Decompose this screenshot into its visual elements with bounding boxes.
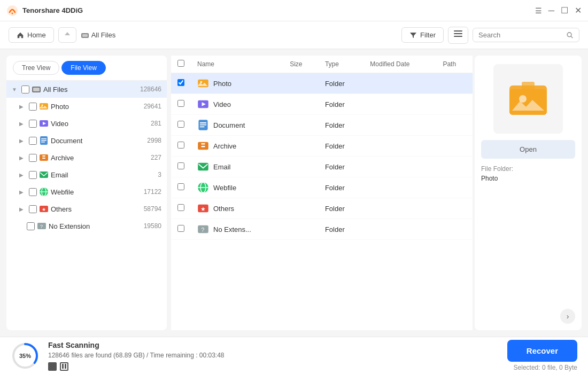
file-table-body: Photo Folder Video Folder [171, 73, 473, 240]
sidebar-item-others[interactable]: ▶ ★ Others 58794 [6, 200, 167, 217]
table-row[interactable]: ★ Others Folder [171, 198, 473, 219]
row-name: Document [213, 121, 245, 129]
home-button[interactable]: Home [9, 27, 54, 43]
video-checkbox[interactable] [29, 120, 37, 128]
table-row[interactable]: Photo Folder [171, 73, 473, 94]
path-column-header: Path [436, 56, 473, 73]
expand-arrow-icon: ▶ [19, 138, 27, 144]
row-checkbox-cell[interactable] [171, 177, 191, 198]
others-checkbox[interactable] [29, 205, 37, 213]
table-row[interactable]: ? No Extens... Folder [171, 219, 473, 240]
search-input[interactable] [478, 31, 563, 39]
table-row[interactable]: Video Folder [171, 94, 473, 115]
up-button[interactable] [58, 27, 76, 43]
document-checkbox[interactable] [29, 137, 37, 145]
row-size [283, 136, 319, 157]
row-checkbox[interactable] [177, 162, 184, 169]
filter-icon [409, 32, 417, 39]
sidebar-item-video[interactable]: ▶ Video 281 [6, 115, 167, 132]
row-path [436, 157, 473, 177]
row-size [283, 115, 319, 136]
preview-panel: Open File Folder: Photo › [475, 56, 582, 330]
document-icon [39, 136, 49, 145]
sidebar-item-archive[interactable]: ▶ Archive 227 [6, 149, 167, 166]
search-icon [567, 32, 574, 39]
svg-rect-29 [198, 80, 208, 88]
svg-rect-21 [40, 172, 48, 178]
all-files-label: All Files [43, 85, 134, 94]
all-files-checkbox[interactable] [21, 85, 29, 94]
maximize-button[interactable]: ☐ [561, 6, 568, 15]
type-column-header: Type [319, 56, 363, 73]
row-checkbox-cell[interactable] [171, 73, 191, 94]
row-path [436, 94, 473, 115]
archive-checkbox[interactable] [29, 154, 37, 162]
webfile-checkbox[interactable] [29, 188, 37, 196]
progress-label: 35% [19, 353, 31, 359]
photo-icon [39, 102, 49, 111]
doc-icon [197, 119, 209, 131]
sidebar-item-webfile[interactable]: ▶ Webfile 17122 [6, 183, 167, 200]
sidebar-item-email[interactable]: ▶ Email 3 [6, 166, 167, 183]
row-checkbox[interactable] [177, 204, 184, 211]
row-name: Others [213, 205, 234, 213]
file-list: Name Size Type Modified Date Path Photo … [171, 56, 473, 330]
sidebar-item-no-extension[interactable]: ? No Extension 19580 [6, 217, 167, 235]
preview-next-button[interactable]: › [560, 309, 575, 324]
row-checkbox[interactable] [177, 142, 184, 149]
email-icon [39, 170, 49, 180]
others-count: 58794 [140, 205, 161, 213]
sidebar-item-photo[interactable]: ▶ Photo 29641 [6, 98, 167, 115]
menu-icon[interactable]: ☰ [535, 7, 542, 14]
select-all-checkbox[interactable] [177, 60, 184, 67]
noext-icon: ? [197, 223, 209, 235]
row-checkbox-cell[interactable] [171, 219, 191, 240]
row-checkbox-cell[interactable] [171, 115, 191, 136]
app-title: Tenorshare 4DDiG [22, 6, 83, 14]
row-checkbox-cell[interactable] [171, 157, 191, 177]
row-checkbox-cell[interactable] [171, 94, 191, 115]
webfile-count: 17122 [140, 188, 161, 196]
breadcrumb: All Files [81, 31, 116, 40]
email-checkbox[interactable] [29, 171, 37, 179]
minimize-button[interactable]: ─ [548, 6, 554, 15]
archive-icon [197, 140, 209, 152]
table-row[interactable]: Document Folder [171, 115, 473, 136]
row-checkbox[interactable] [177, 225, 184, 232]
web-icon [197, 182, 209, 193]
app-logo-icon [6, 5, 18, 17]
row-modified [363, 177, 436, 198]
row-checkbox[interactable] [177, 100, 184, 107]
others-icon: ★ [39, 204, 49, 214]
filter-button[interactable]: Filter [401, 27, 444, 43]
sidebar-item-all-files[interactable]: ▼ All Files 128646 [6, 81, 167, 98]
tree-view-button[interactable]: Tree View [13, 61, 59, 75]
file-view-button[interactable]: File View [61, 61, 105, 75]
list-view-button[interactable] [448, 27, 468, 44]
recover-button[interactable]: Recover [507, 340, 577, 362]
table-row[interactable]: Archive Folder [171, 136, 473, 157]
row-checkbox-cell[interactable] [171, 198, 191, 219]
row-checkbox[interactable] [177, 121, 184, 128]
scan-controls [48, 362, 499, 371]
others-icon: ★ [197, 202, 209, 214]
photo-checkbox[interactable] [29, 103, 37, 111]
table-row[interactable]: Email Folder [171, 157, 473, 177]
row-type: Folder [319, 157, 363, 177]
row-checkbox[interactable] [177, 183, 184, 190]
open-button[interactable]: Open [481, 140, 575, 159]
noext-checkbox[interactable] [27, 222, 35, 230]
no-extension-icon: ? [37, 221, 47, 231]
row-checkbox[interactable] [177, 79, 184, 86]
pause-scan-button[interactable] [60, 362, 68, 371]
webfile-icon [39, 187, 49, 197]
stop-scan-button[interactable] [48, 362, 57, 371]
table-row[interactable]: Webfile Folder [171, 177, 473, 198]
sidebar-item-document[interactable]: ▶ Document 2998 [6, 132, 167, 149]
row-name: Archive [213, 142, 236, 150]
row-type: Folder [319, 198, 363, 219]
close-button[interactable]: ✕ [575, 6, 582, 15]
row-path [436, 177, 473, 198]
preview-info: File Folder: Photo [481, 165, 575, 182]
row-checkbox-cell[interactable] [171, 136, 191, 157]
